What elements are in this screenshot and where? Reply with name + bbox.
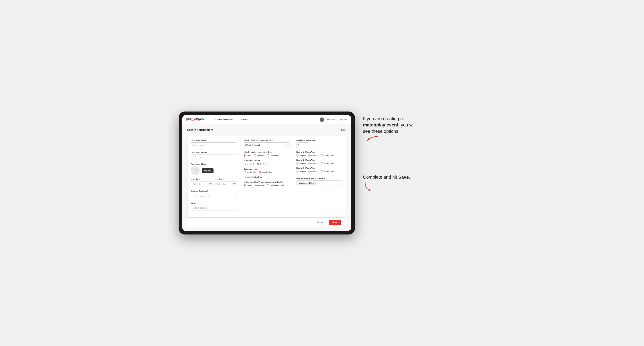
round1-foursomes-radio[interactable]	[321, 154, 323, 157]
tournament-host-input[interactable]	[191, 142, 237, 148]
round2-fourball-option[interactable]: Fourball	[308, 162, 318, 165]
gender-womens-radio[interactable]	[254, 154, 256, 157]
venue-input[interactable]	[191, 205, 237, 211]
rounds-radio-group: 1 2 3	[244, 163, 290, 165]
rounds-2-option[interactable]: 2	[250, 163, 254, 165]
scoring-medal-radio[interactable]	[244, 176, 246, 178]
save-button[interactable]: Save	[329, 220, 341, 225]
api-label: Use third-party live scoring API?	[296, 177, 343, 179]
upload-button[interactable]: Upload	[202, 169, 214, 173]
form-col-1: Tournament Host Tournament name Tourname…	[188, 136, 240, 217]
rounds-label: Number of rounds	[244, 159, 290, 162]
scoring-radio-group: Stroke Play Match Play Medal Match Play	[244, 171, 290, 178]
round2-foursomes-option[interactable]: Foursomes	[321, 162, 334, 165]
round1-radio-group: Singles Fourball Foursomes	[296, 154, 343, 157]
end-date-wrapper: 📅	[214, 181, 237, 187]
scoring-medal-option[interactable]: Medal Match Play	[244, 176, 262, 178]
teams-teams-radio[interactable]	[244, 184, 246, 186]
api-select-wrapper[interactable]: Leaderboard King × ▾	[296, 180, 343, 186]
end-date-label: End date	[214, 178, 237, 180]
scoring-stroke-option[interactable]: Stroke Play	[244, 171, 257, 173]
round1-foursomes-option[interactable]: Foursomes	[321, 154, 334, 157]
rounds-1-radio[interactable]	[244, 163, 246, 165]
start-date-input[interactable]	[191, 181, 213, 187]
signout-link[interactable]: Sign out	[340, 119, 347, 121]
form-col-2: Which division is the event for? NCAA Di…	[240, 136, 293, 217]
tournament-name-input[interactable]	[191, 154, 237, 160]
scoring-match-radio[interactable]	[259, 171, 261, 173]
teams-individuals-radio[interactable]	[267, 184, 269, 186]
teams-group: Is this event for Teams and/or Individua…	[244, 181, 290, 186]
user-name: Test User	[326, 119, 335, 121]
rounds-3-option[interactable]: 3	[257, 163, 261, 165]
api-group: Use third-party live scoring API? Leader…	[296, 177, 343, 186]
end-date-input[interactable]	[214, 181, 237, 187]
nav-link-teams[interactable]: TEAMS	[236, 115, 251, 124]
api-tag-close-icon[interactable]: ×	[315, 182, 316, 184]
round2-singles-label: Singles	[300, 162, 306, 165]
start-date-wrapper: 📅	[191, 181, 213, 187]
gender-combined-label: Combined	[270, 154, 279, 157]
gender-womens-option[interactable]: Womens	[254, 154, 264, 157]
image-icon: ⛶	[194, 169, 197, 173]
round1-fourball-radio[interactable]	[308, 154, 311, 157]
nav-link-tournaments[interactable]: TOURNAMENTS	[211, 115, 236, 124]
round2-foursomes-radio[interactable]	[321, 162, 323, 165]
gender-radio-group: Mens Womens Combined	[244, 154, 290, 157]
division-group: Which division is the event for? NCAA Di…	[244, 139, 290, 148]
gender-label: Which gender is the event for?	[244, 151, 290, 153]
max-team-size-input[interactable]	[296, 142, 309, 148]
back-link[interactable]: ‹ Back	[340, 129, 346, 131]
round1-fourball-option[interactable]: Fourball	[308, 154, 318, 157]
round3-foursomes-radio[interactable]	[321, 170, 323, 173]
round3-fourball-option[interactable]: Fourball	[308, 170, 318, 173]
rounds-4-radio[interactable]	[263, 163, 266, 165]
round3-singles-radio[interactable]	[296, 170, 299, 173]
rounds-1-option[interactable]: 1	[244, 163, 248, 165]
venue-group: Venue ▾	[191, 202, 237, 211]
gender-combined-radio[interactable]	[267, 154, 269, 157]
scoring-stroke-radio[interactable]	[244, 171, 246, 173]
teams-label: Is this event for Teams and/or Individua…	[244, 181, 290, 183]
round3-singles-option[interactable]: Singles	[296, 170, 306, 173]
gender-mens-radio[interactable]	[244, 154, 246, 157]
round2-singles-radio[interactable]	[296, 162, 299, 165]
tournament-host-label: Tournament Host	[191, 139, 237, 141]
rounds-4-option[interactable]: 4	[263, 163, 268, 165]
round3-fourball-label: Fourball	[312, 170, 318, 173]
annotation-area: If you are creating a matchplay event, y…	[363, 112, 466, 193]
logo-upload-area: ⛶ Upload	[191, 166, 237, 175]
round1-singles-option[interactable]: Singles	[296, 154, 306, 157]
tournament-name-group: Tournament name	[191, 151, 237, 160]
round3-foursomes-option[interactable]: Foursomes	[321, 170, 334, 173]
nav-bar: SCOREBOARD Powered by clippit TOURNAMENT…	[182, 115, 351, 124]
annotation1-before: If you are creating a	[363, 116, 403, 121]
gender-mens-label: Mens	[247, 154, 252, 157]
division-select[interactable]: NCAA Division I NCAA Division II NCAA Di…	[244, 142, 290, 148]
round1-singles-radio[interactable]	[296, 154, 299, 157]
api-tag-value: Leaderboard King	[299, 182, 314, 184]
round1-foursomes-label: Foursomes	[324, 154, 334, 157]
rounds-3-radio[interactable]	[257, 163, 259, 165]
api-tag: Leaderboard King ×	[298, 182, 318, 185]
round3-fourball-radio[interactable]	[308, 170, 311, 173]
nav-links: TOURNAMENTS TEAMS	[211, 115, 320, 124]
cancel-button[interactable]: Cancel	[315, 220, 326, 225]
division-label: Which division is the event for?	[244, 139, 290, 141]
teams-individuals-label: Individuals Only	[270, 184, 284, 186]
round2-radio-group: Singles Fourball Foursomes	[296, 162, 343, 165]
teams-teams-option[interactable]: Teams (+Individuals)	[244, 184, 264, 186]
sponsor-input[interactable]	[191, 193, 237, 199]
sponsor-group: Sponsor (optional)	[191, 190, 237, 199]
rounds-4-label: 4	[266, 163, 268, 165]
scoring-match-option[interactable]: Match Play	[259, 171, 272, 173]
teams-individuals-option[interactable]: Individuals Only	[267, 184, 284, 186]
annotation-block-2: Complete and hit Save.	[363, 174, 420, 193]
rounds-2-radio[interactable]	[250, 163, 252, 165]
gender-mens-option[interactable]: Mens	[244, 154, 252, 157]
gender-combined-option[interactable]: Combined	[267, 154, 279, 157]
round2-fourball-radio[interactable]	[308, 162, 311, 165]
content-area: Create Tournament ‹ Back Tournament Host	[182, 124, 351, 231]
round2-singles-option[interactable]: Singles	[296, 162, 306, 165]
tournament-host-group: Tournament Host	[191, 139, 237, 148]
